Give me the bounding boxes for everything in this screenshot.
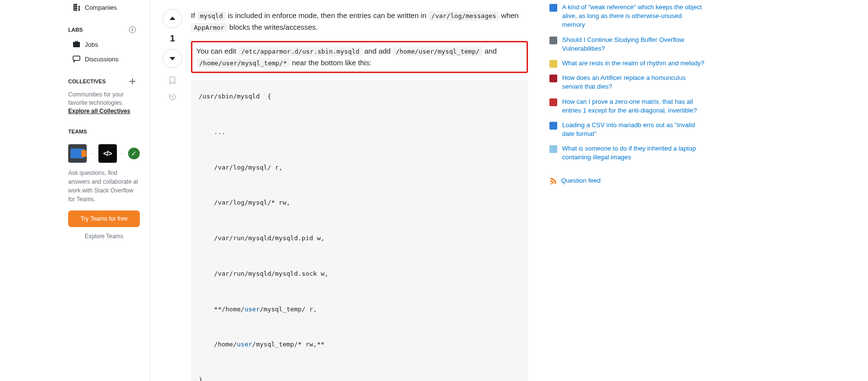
caret-up-icon bbox=[169, 15, 176, 22]
answer-body: If mysqld is included in enforce mode, t… bbox=[179, 0, 540, 381]
check-icon: ✓ bbox=[128, 148, 140, 159]
teams-description: Ask questions, find answers and collabor… bbox=[68, 167, 140, 206]
right-sidebar: A kind of "weak reference" which keeps t… bbox=[540, 0, 705, 381]
hot-questions-list: A kind of "weak reference" which keeps t… bbox=[549, 0, 705, 165]
info-icon[interactable] bbox=[129, 26, 136, 33]
site-icon bbox=[549, 75, 557, 82]
teams-code-graphic: </> bbox=[98, 144, 117, 163]
rss-icon bbox=[549, 177, 557, 185]
left-sidebar: Companies LABS Jobs Discussions bbox=[0, 0, 150, 381]
inline-code: /etc/apparmor.d/usr.sbin.mysqld bbox=[238, 47, 362, 56]
plus-icon[interactable] bbox=[129, 78, 136, 85]
site-icon bbox=[549, 4, 557, 12]
code-block: /usr/sbin/mysqld { ... /var/log/mysql/ r… bbox=[191, 80, 528, 381]
explore-teams-button[interactable]: Explore Teams bbox=[68, 229, 140, 244]
nav-label: Jobs bbox=[85, 41, 98, 48]
caret-down-icon bbox=[169, 55, 176, 62]
inline-code: /home/user/mysql_temp/ bbox=[393, 47, 482, 56]
hot-question-link[interactable]: How can I prove a zero-one matrix, that … bbox=[562, 97, 705, 115]
chat-icon bbox=[72, 55, 81, 63]
nav-label: Discussions bbox=[85, 56, 118, 63]
hot-question-item[interactable]: Loading a CSV into mariadb errs out as "… bbox=[549, 118, 705, 141]
collectives-section-title: COLLECTIVES bbox=[68, 66, 140, 89]
teams-chat-graphic bbox=[68, 144, 87, 163]
inline-code: AppArmor bbox=[191, 23, 227, 32]
hot-question-item[interactable]: What are rests in the realm of rhythm an… bbox=[549, 56, 705, 71]
try-teams-button[interactable]: Try Teams for free bbox=[68, 210, 140, 227]
main-content: 1 If mysqld is included in enforce mode,… bbox=[150, 0, 754, 381]
nav-jobs[interactable]: Jobs bbox=[68, 37, 140, 52]
vote-column: 1 bbox=[150, 0, 179, 381]
vote-count: 1 bbox=[170, 32, 175, 45]
history-icon[interactable] bbox=[168, 93, 177, 101]
hot-question-item[interactable]: A kind of "weak reference" which keeps t… bbox=[549, 0, 705, 33]
question-feed[interactable]: Question feed bbox=[549, 165, 705, 185]
hot-question-link[interactable]: How does an Artificer replace a homuncul… bbox=[562, 74, 705, 91]
site-icon bbox=[549, 98, 557, 106]
highlighted-region: You can edit /etc/apparmor.d/usr.sbin.my… bbox=[191, 41, 528, 73]
inline-code: /var/log/messages bbox=[429, 11, 499, 20]
site-icon bbox=[549, 122, 557, 130]
svg-rect-3 bbox=[73, 56, 80, 60]
hot-question-link[interactable]: What is someone to do if they inherited … bbox=[562, 144, 705, 162]
building-icon bbox=[72, 3, 81, 12]
answer-paragraph: If mysqld is included in enforce mode, t… bbox=[191, 10, 528, 33]
explore-collectives-link[interactable]: Explore all Collectives bbox=[68, 108, 130, 114]
labs-section-title: LABS bbox=[68, 15, 140, 37]
nav-discussions[interactable]: Discussions bbox=[68, 52, 140, 66]
hot-question-item[interactable]: How does an Artificer replace a homuncul… bbox=[549, 71, 705, 94]
hot-question-item[interactable]: Should I Continue Studying Buffer Overfl… bbox=[549, 33, 705, 56]
hot-question-item[interactable]: How can I prove a zero-one matrix, that … bbox=[549, 95, 705, 118]
bookmark-icon[interactable] bbox=[168, 76, 177, 85]
teams-graphic: </> ✓ bbox=[68, 138, 140, 167]
hot-question-link[interactable]: What are rests in the realm of rhythm an… bbox=[562, 59, 704, 68]
svg-rect-5 bbox=[130, 81, 135, 82]
question-feed-link[interactable]: Question feed bbox=[561, 177, 601, 184]
inline-code: /home/user/mysql_temp/* bbox=[196, 58, 290, 68]
inline-code: mysqld bbox=[197, 11, 226, 20]
hot-question-link[interactable]: Loading a CSV into mariadb errs out as "… bbox=[562, 121, 705, 138]
answer-paragraph: You can edit /etc/apparmor.d/usr.sbin.my… bbox=[196, 45, 523, 69]
site-icon bbox=[549, 37, 557, 44]
site-icon bbox=[549, 60, 557, 68]
svg-rect-1 bbox=[132, 29, 133, 31]
collectives-description: Communities for your favorite technologi… bbox=[68, 89, 140, 117]
teams-section-title: TEAMS bbox=[68, 117, 140, 138]
svg-rect-2 bbox=[132, 28, 133, 29]
hot-question-link[interactable]: A kind of "weak reference" which keeps t… bbox=[562, 3, 705, 30]
briefcase-icon bbox=[72, 40, 81, 49]
nav-companies[interactable]: Companies bbox=[68, 0, 140, 15]
hot-question-link[interactable]: Should I Continue Studying Buffer Overfl… bbox=[562, 36, 705, 53]
site-icon bbox=[549, 145, 557, 153]
nav-label: Companies bbox=[85, 4, 117, 11]
hot-question-item[interactable]: What is someone to do if they inherited … bbox=[549, 141, 705, 165]
